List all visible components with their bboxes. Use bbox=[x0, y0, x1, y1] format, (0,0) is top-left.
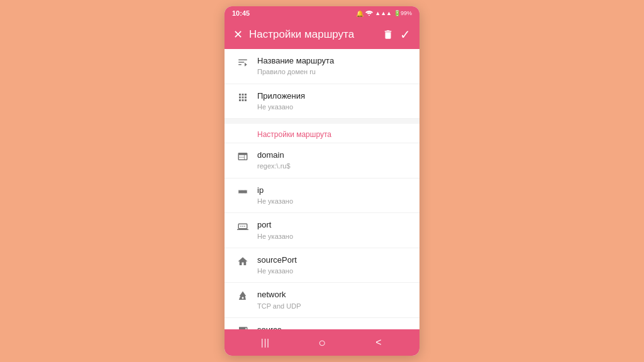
port-icon bbox=[233, 221, 252, 232]
ip-item[interactable]: ip Не указано bbox=[225, 178, 419, 214]
svg-rect-2 bbox=[242, 226, 243, 228]
page-title: Настройки маршрута bbox=[249, 28, 376, 41]
confirm-button[interactable]: ✓ bbox=[400, 27, 411, 42]
source-port-icon bbox=[233, 256, 252, 267]
section-divider bbox=[225, 119, 419, 124]
ip-label: ip bbox=[257, 185, 411, 196]
status-time: 10:45 bbox=[232, 9, 250, 17]
apps-icon bbox=[233, 92, 252, 103]
signal-icon: ▲▲▲ bbox=[375, 10, 392, 16]
route-name-value: Правило домен ru bbox=[257, 67, 411, 77]
source-content: source Не указано bbox=[257, 324, 411, 329]
network-value: TCP and UDP bbox=[257, 302, 411, 311]
source-port-label: sourcePort bbox=[257, 255, 411, 266]
route-name-item[interactable]: Название маршрута Правило домен ru bbox=[225, 49, 419, 84]
source-port-value: Не указано bbox=[257, 266, 411, 276]
route-name-content: Название маршрута Правило домен ru bbox=[257, 55, 411, 77]
status-bar: 10:45 🔔 ▲▲▲ 🔋99% bbox=[225, 6, 419, 20]
toolbar: ✕ Настройки маршрута ✓ bbox=[225, 20, 419, 49]
apps-item[interactable]: Приложения Не указано bbox=[225, 84, 419, 119]
domain-icon bbox=[233, 151, 252, 162]
phone-frame: 10:45 🔔 ▲▲▲ 🔋99% ✕ Настройки маршрута ✓ bbox=[225, 6, 419, 356]
alarm-icon: 🔔 bbox=[356, 10, 364, 17]
svg-rect-3 bbox=[244, 226, 245, 228]
source-port-item[interactable]: sourcePort Не указано bbox=[225, 248, 419, 283]
source-label: source bbox=[257, 324, 411, 329]
apps-value: Не указано bbox=[257, 102, 411, 112]
bottom-nav: ||| ○ < bbox=[225, 329, 419, 356]
route-name-icon bbox=[233, 57, 252, 68]
network-icon bbox=[233, 290, 252, 302]
delete-button[interactable] bbox=[382, 29, 394, 40]
port-value: Не указано bbox=[257, 232, 411, 241]
source-port-content: sourcePort Не указано bbox=[257, 255, 411, 277]
wifi-icon bbox=[365, 9, 373, 17]
battery-icon: 🔋99% bbox=[394, 10, 412, 16]
apps-content: Приложения Не указано bbox=[257, 90, 411, 112]
network-label: network bbox=[257, 289, 411, 300]
port-content: port Не указано bbox=[257, 219, 411, 241]
ip-value: Не указано bbox=[257, 197, 411, 206]
content-scroll: Название маршрута Правило домен ru Прило… bbox=[225, 49, 419, 329]
source-item[interactable]: source Не указано bbox=[225, 318, 419, 329]
svg-rect-1 bbox=[240, 226, 242, 228]
route-settings-header: Настройки маршрута bbox=[225, 124, 419, 143]
port-label: port bbox=[257, 219, 411, 231]
domain-value: regex:\.ru$ bbox=[257, 162, 411, 171]
network-content: network TCP and UDP bbox=[257, 289, 411, 311]
nav-back-button[interactable]: < bbox=[365, 329, 392, 356]
port-item[interactable]: port Не указано bbox=[225, 213, 419, 248]
nav-home-button[interactable]: ○ bbox=[308, 329, 336, 356]
status-icons: 🔔 ▲▲▲ 🔋99% bbox=[356, 9, 412, 17]
apps-label: Приложения bbox=[257, 90, 411, 102]
close-button[interactable]: ✕ bbox=[233, 28, 243, 41]
ip-icon bbox=[233, 186, 252, 197]
network-item[interactable]: network TCP and UDP bbox=[225, 283, 419, 318]
svg-point-0 bbox=[369, 15, 370, 16]
domain-content: domain regex:\.ru$ bbox=[257, 150, 411, 172]
nav-menu-button[interactable]: ||| bbox=[252, 329, 279, 356]
domain-label: domain bbox=[257, 150, 411, 161]
route-name-label: Название маршрута bbox=[257, 55, 411, 67]
domain-item[interactable]: domain regex:\.ru$ bbox=[225, 143, 419, 178]
ip-content: ip Не указано bbox=[257, 185, 411, 207]
